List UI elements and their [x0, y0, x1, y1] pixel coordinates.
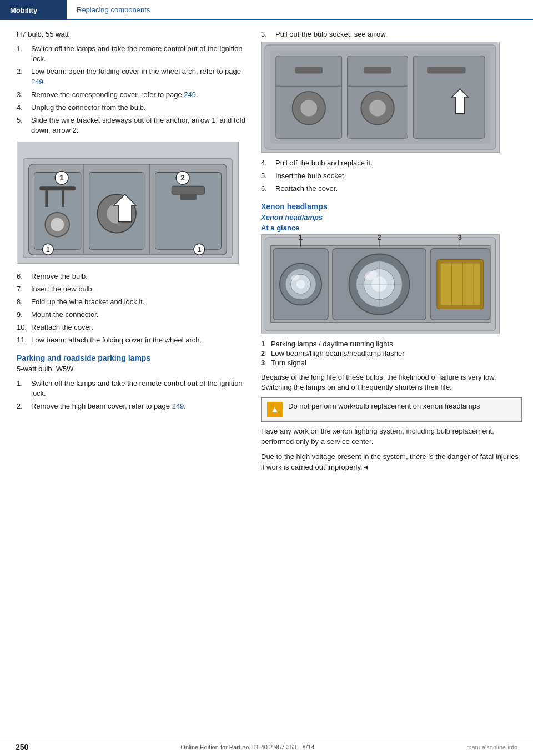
- xenon-body-1: Because of the long life of these bulbs,…: [261, 372, 522, 394]
- right-step-5: 5. Insert the bulb socket.: [261, 171, 522, 181]
- right-column: 3. Pull out the bulb socket, see arrow.: [255, 30, 533, 477]
- h7-steps: 1. Switch off the lamps and take the rem…: [17, 44, 245, 136]
- h7-steps-continued: 6. Remove the bulb. 7. Insert the new bu…: [17, 271, 245, 346]
- xenon-body-2: Have any work on the xenon lighting syst…: [261, 426, 522, 447]
- legend-num-1: 1: [261, 340, 271, 348]
- svg-text:2: 2: [180, 173, 185, 182]
- right-step-6: 6. Reattach the cover.: [261, 184, 522, 194]
- svg-rect-6: [39, 186, 75, 190]
- right-step-4: 4. Pull off the bulb and replace it.: [261, 158, 522, 168]
- section-label: Replacing components: [77, 6, 150, 14]
- step-text-11: Low beam: attach the folding cover in th…: [31, 335, 245, 345]
- right-step-num-3: 3.: [261, 30, 275, 38]
- step-text-8: Fold up the wire bracket and lock it.: [31, 297, 245, 307]
- step-3: 3. Remove the corresponding cover, refer…: [17, 90, 245, 100]
- svg-rect-8: [62, 190, 64, 207]
- h7-intro: H7 bulb, 55 watt: [17, 30, 245, 38]
- right-step-num-5: 5.: [261, 171, 275, 181]
- right-step3: 3. Pull out the bulb socket, see arrow.: [261, 30, 522, 38]
- warning-icon-symbol: ▲: [270, 404, 280, 415]
- warning-box: ▲ Do not perform work/bulb replacement o…: [261, 397, 522, 422]
- svg-text:2: 2: [377, 235, 381, 241]
- xenon-heading: Xenon headlamps: [261, 202, 522, 211]
- right-step-text-5: Insert the bulb socket.: [275, 171, 522, 181]
- step-10: 10. Reattach the cover.: [17, 322, 245, 332]
- step-num-5: 5.: [17, 115, 31, 135]
- header-mobility-tab[interactable]: Mobility: [0, 0, 67, 20]
- svg-point-35: [369, 100, 386, 117]
- legend-num-2: 2: [261, 349, 271, 357]
- parking-step-text-1: Switch off the lamps and take the remote…: [31, 379, 245, 399]
- svg-point-48: [296, 280, 305, 289]
- step-num-4: 4.: [17, 103, 31, 113]
- footer-logo: manualsonline.info: [466, 744, 517, 750]
- step-9: 9. Mount the connector.: [17, 310, 245, 320]
- step-text-7: Insert the new bulb.: [31, 284, 245, 294]
- legend-item-3: 3 Turn signal: [261, 359, 522, 367]
- bulb-socket-image: [261, 42, 500, 153]
- parking-step-num-2: 2.: [17, 401, 31, 411]
- step-2: 2. Low beam: open the folding cover in t…: [17, 67, 245, 87]
- legend-text-1: Parking lamps / daytime running lights: [271, 340, 393, 348]
- warning-icon: ▲: [267, 402, 283, 417]
- parking-intro: 5-watt bulb, W5W: [17, 365, 245, 373]
- svg-rect-7: [45, 190, 48, 207]
- page-header: Mobility Replacing components: [0, 0, 533, 20]
- xenon-body-3: Due to the high voltage present in the s…: [261, 452, 522, 473]
- step-text-1: Switch off the lamps and take the remote…: [31, 44, 245, 64]
- svg-rect-38: [364, 67, 391, 74]
- step-num-3: 3.: [17, 90, 31, 100]
- step-1: 1. Switch off the lamps and take the rem…: [17, 44, 245, 64]
- step-text-6: Remove the bulb.: [31, 271, 245, 281]
- step-num-10: 10.: [17, 322, 31, 332]
- step-num-7: 7.: [17, 284, 31, 294]
- link-249-b[interactable]: 249: [184, 90, 196, 99]
- main-content: H7 bulb, 55 watt 1. Switch off the lamps…: [0, 20, 533, 477]
- legend-item-1: 1 Parking lamps / daytime running lights: [261, 340, 522, 348]
- right-step-text-3: Pull out the bulb socket, see arrow.: [275, 30, 522, 38]
- legend-text-3: Turn signal: [271, 359, 306, 367]
- step-11: 11. Low beam: attach the folding cover i…: [17, 335, 245, 345]
- legend-text-2: Low beams/high beams/headlamp flasher: [271, 349, 405, 357]
- xenon-legend: 1 Parking lamps / daytime running lights…: [261, 340, 522, 367]
- step-text-4: Unplug the connector from the bulb.: [31, 103, 245, 113]
- page-number: 250: [16, 743, 28, 752]
- step-text-5: Slide the wire bracket sideways out of t…: [31, 115, 245, 135]
- step-text-3: Remove the corresponding cover, refer to…: [31, 90, 245, 100]
- svg-text:1: 1: [46, 246, 50, 254]
- step-8: 8. Fold up the wire bracket and lock it.: [17, 297, 245, 307]
- step-4: 4. Unplug the connector from the bulb.: [17, 103, 245, 113]
- right-step-text-4: Pull off the bulb and replace it.: [275, 158, 522, 168]
- step-7: 7. Insert the new bulb.: [17, 284, 245, 294]
- step-num-9: 9.: [17, 310, 31, 320]
- bulb-diagram-image: 1 2 1 1: [17, 142, 239, 264]
- footer-info: Online Edition for Part no. 01 40 2 957 …: [180, 744, 314, 750]
- step-text-10: Reattach the cover.: [31, 322, 245, 332]
- svg-text:1: 1: [59, 173, 64, 182]
- svg-text:1: 1: [198, 246, 202, 254]
- parking-step-text-2: Remove the high beam cover, refer to pag…: [31, 401, 245, 411]
- parking-step-num-1: 1.: [17, 379, 31, 399]
- svg-text:3: 3: [458, 235, 462, 241]
- step-num-6: 6.: [17, 271, 31, 281]
- svg-rect-16: [155, 172, 222, 249]
- header-section-tab[interactable]: Replacing components: [67, 0, 533, 20]
- xenon-diagram-image: 1 2 3: [261, 234, 500, 334]
- link-249-c[interactable]: 249: [172, 402, 184, 410]
- svg-rect-18: [180, 194, 197, 200]
- right-step-num-4: 4.: [261, 158, 275, 168]
- xenon-subheading: Xenon headlamps: [261, 213, 522, 221]
- step-5: 5. Slide the wire bracket sideways out o…: [17, 115, 245, 135]
- svg-point-10: [51, 218, 64, 231]
- step-text-9: Mount the connector.: [31, 310, 245, 320]
- svg-rect-39: [427, 67, 465, 74]
- warning-text: Do not perform work/bulb replacement on …: [288, 402, 480, 410]
- legend-num-3: 3: [261, 359, 271, 367]
- left-column: H7 bulb, 55 watt 1. Switch off the lamps…: [0, 30, 255, 477]
- step-num-1: 1.: [17, 44, 31, 64]
- page-footer: 250 Online Edition for Part no. 01 40 2 …: [0, 738, 533, 756]
- svg-rect-17: [172, 186, 204, 194]
- step-num-2: 2.: [17, 67, 31, 87]
- link-249-a[interactable]: 249: [31, 78, 43, 86]
- parking-steps: 1. Switch off the lamps and take the rem…: [17, 379, 245, 412]
